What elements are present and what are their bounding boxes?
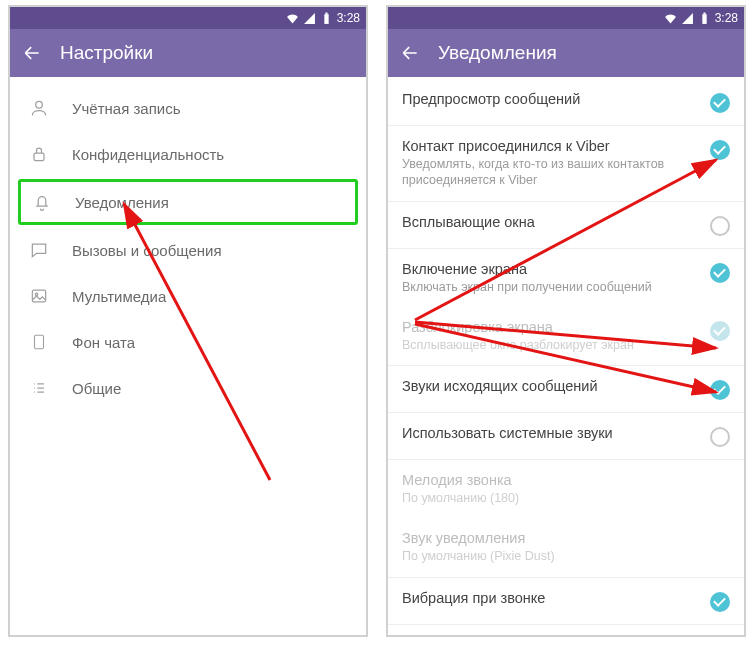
battery-icon bbox=[698, 12, 711, 25]
menu-item-notifications[interactable]: Уведомления bbox=[18, 179, 358, 225]
setting-sub: Всплывающее окно разблокирует экран bbox=[402, 337, 700, 353]
setting-contact-joined[interactable]: Контакт присоединился к Viber Уведомлять… bbox=[388, 126, 744, 202]
bell-icon bbox=[31, 191, 53, 213]
notifications-list: Предпросмотр сообщений Контакт присоедин… bbox=[388, 77, 744, 625]
menu-item-multimedia[interactable]: Мультимедиа bbox=[10, 273, 366, 319]
menu-item-general[interactable]: Общие bbox=[10, 365, 366, 411]
setting-title: Разблокировка экрана bbox=[402, 319, 700, 335]
wifi-icon bbox=[286, 12, 299, 25]
signal-icon bbox=[681, 12, 694, 25]
setting-outgoing-sounds[interactable]: Звуки исходящих сообщений bbox=[388, 366, 744, 413]
setting-sub: Включать экран при получении сообщений bbox=[402, 279, 700, 295]
setting-title: Звук уведомления bbox=[402, 530, 730, 546]
setting-title: Вибрация при звонке bbox=[402, 590, 700, 606]
setting-title: Мелодия звонка bbox=[402, 472, 730, 488]
statusbar: 3:28 bbox=[388, 7, 744, 29]
toggle-on-icon[interactable] bbox=[710, 263, 730, 283]
wifi-icon bbox=[664, 12, 677, 25]
setting-title: Контакт присоединился к Viber bbox=[402, 138, 700, 154]
signal-icon bbox=[303, 12, 316, 25]
setting-screen-on[interactable]: Включение экрана Включать экран при полу… bbox=[388, 249, 744, 307]
setting-title: Предпросмотр сообщений bbox=[402, 91, 700, 107]
setting-title: Всплывающие окна bbox=[402, 214, 700, 230]
toggle-disabled-icon bbox=[710, 321, 730, 341]
setting-ringtone[interactable]: Мелодия звонка По умолчанию (180) bbox=[388, 460, 744, 518]
menu-label: Уведомления bbox=[75, 194, 169, 211]
header-title: Уведомления bbox=[438, 42, 557, 64]
setting-vibration[interactable]: Вибрация при звонке bbox=[388, 578, 744, 625]
setting-notification-sound[interactable]: Звук уведомления По умолчанию (Pixie Dus… bbox=[388, 518, 744, 577]
svg-rect-7 bbox=[702, 14, 706, 24]
phone-settings: 3:28 Настройки Учётная запись Конфиденци… bbox=[8, 5, 368, 637]
settings-menu: Учётная запись Конфиденциальность Уведом… bbox=[10, 77, 366, 411]
status-time: 3:28 bbox=[715, 11, 738, 25]
setting-sub: Уведомлять, когда кто-то из ваших контак… bbox=[402, 156, 700, 189]
setting-preview[interactable]: Предпросмотр сообщений bbox=[388, 79, 744, 126]
menu-label: Фон чата bbox=[72, 334, 135, 351]
menu-item-calls[interactable]: Вызовы и сообщения bbox=[10, 227, 366, 273]
back-icon[interactable] bbox=[22, 43, 42, 63]
toggle-off-icon[interactable] bbox=[710, 216, 730, 236]
svg-rect-4 bbox=[32, 290, 45, 302]
setting-popups[interactable]: Всплывающие окна bbox=[388, 202, 744, 249]
lock-icon bbox=[28, 143, 50, 165]
setting-unlock: Разблокировка экрана Всплывающее окно ра… bbox=[388, 307, 744, 366]
setting-title: Использовать системные звуки bbox=[402, 425, 700, 441]
svg-point-2 bbox=[36, 101, 43, 108]
toggle-on-icon[interactable] bbox=[710, 93, 730, 113]
toggle-on-icon[interactable] bbox=[710, 380, 730, 400]
menu-label: Конфиденциальность bbox=[72, 146, 224, 163]
menu-label: Общие bbox=[72, 380, 121, 397]
svg-rect-0 bbox=[324, 14, 328, 24]
toggle-off-icon[interactable] bbox=[710, 427, 730, 447]
setting-sub: По умолчанию (Pixie Dust) bbox=[402, 548, 730, 564]
header-settings: Настройки bbox=[10, 29, 366, 77]
menu-item-privacy[interactable]: Конфиденциальность bbox=[10, 131, 366, 177]
setting-title: Включение экрана bbox=[402, 261, 700, 277]
svg-rect-3 bbox=[34, 153, 44, 161]
image-icon bbox=[28, 285, 50, 307]
user-icon bbox=[28, 97, 50, 119]
setting-sub: По умолчанию (180) bbox=[402, 490, 730, 506]
battery-icon bbox=[320, 12, 333, 25]
menu-label: Учётная запись bbox=[72, 100, 181, 117]
menu-item-account[interactable]: Учётная запись bbox=[10, 85, 366, 131]
setting-title: Звуки исходящих сообщений bbox=[402, 378, 700, 394]
svg-rect-8 bbox=[703, 12, 705, 14]
toggle-on-icon[interactable] bbox=[710, 592, 730, 612]
menu-label: Вызовы и сообщения bbox=[72, 242, 222, 259]
phone-bg-icon bbox=[28, 331, 50, 353]
status-time: 3:28 bbox=[337, 11, 360, 25]
svg-rect-6 bbox=[35, 335, 44, 349]
menu-label: Мультимедиа bbox=[72, 288, 166, 305]
header-notifications: Уведомления bbox=[388, 29, 744, 77]
toggle-on-icon[interactable] bbox=[710, 140, 730, 160]
back-icon[interactable] bbox=[400, 43, 420, 63]
list-icon bbox=[28, 377, 50, 399]
svg-rect-1 bbox=[325, 12, 327, 14]
setting-system-sounds[interactable]: Использовать системные звуки bbox=[388, 413, 744, 460]
menu-item-background[interactable]: Фон чата bbox=[10, 319, 366, 365]
phone-notifications: 3:28 Уведомления Предпросмотр сообщений … bbox=[386, 5, 746, 637]
statusbar: 3:28 bbox=[10, 7, 366, 29]
chat-icon bbox=[28, 239, 50, 261]
header-title: Настройки bbox=[60, 42, 153, 64]
